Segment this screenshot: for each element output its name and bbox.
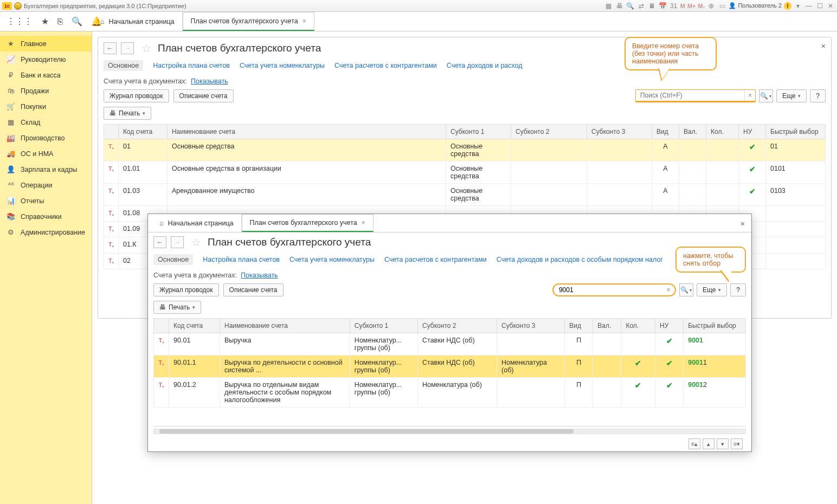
w2-print-button[interactable]: 🖶 Печать▾ bbox=[153, 301, 201, 314]
acct-description-button[interactable]: Описание счета bbox=[173, 89, 234, 102]
w2-col-kol[interactable]: Кол. bbox=[621, 319, 655, 333]
list-down-icon[interactable]: ▾ bbox=[717, 438, 729, 449]
w2-col-qb[interactable]: Быстрый выбор bbox=[684, 319, 746, 333]
w2-col-name[interactable]: Наименование счета bbox=[220, 319, 350, 333]
mem-m[interactable]: M bbox=[680, 3, 685, 9]
calc-icon[interactable]: 🖩 bbox=[648, 2, 656, 10]
w2-col-s3[interactable]: Субконто 3 bbox=[497, 319, 565, 333]
w2-star-icon[interactable]: ☆ bbox=[191, 236, 201, 249]
subtab-income[interactable]: Счета доходов и расход bbox=[447, 62, 523, 69]
zoom-icon[interactable]: ⊕ bbox=[707, 2, 716, 10]
w2-journal-button[interactable]: Журнал проводок bbox=[153, 283, 219, 296]
w2-acct-description-button[interactable]: Описание счета bbox=[223, 283, 284, 296]
search-icon[interactable]: 🔍 bbox=[72, 16, 82, 27]
w2-tab-chart[interactable]: План счетов бухгалтерского учета × bbox=[242, 214, 374, 232]
w2-col-nu[interactable]: НУ bbox=[655, 319, 684, 333]
w2-subtab-setup[interactable]: Настройка плана счетов bbox=[203, 256, 280, 263]
tab-home[interactable]: ⌂ Начальная страница bbox=[92, 12, 183, 31]
compare-icon[interactable]: ⇄ bbox=[637, 2, 646, 10]
w2-search-button[interactable]: 🔍▾ bbox=[679, 283, 693, 296]
table-row[interactable]: T•01Основные средстваОсновные средстваА✔… bbox=[104, 139, 826, 161]
w2-col-val[interactable]: Вал. bbox=[593, 319, 621, 333]
sidebar-item-4[interactable]: 🛒Покупки bbox=[0, 99, 92, 114]
print-button[interactable]: 🖶 Печать▾ bbox=[104, 107, 151, 120]
tab-close-icon[interactable]: × bbox=[302, 17, 306, 25]
sidebar-item-11[interactable]: 📚Справочники bbox=[0, 209, 92, 224]
w2-subtab-main[interactable]: Основное bbox=[153, 254, 193, 265]
star-icon[interactable]: ☆ bbox=[141, 42, 151, 55]
col-s2[interactable]: Субконто 2 bbox=[511, 125, 587, 139]
w2-help-button[interactable]: ? bbox=[730, 283, 746, 296]
col-name[interactable]: Наименование счета bbox=[167, 125, 446, 139]
maximize-icon[interactable]: ☐ bbox=[815, 2, 824, 10]
date-icon[interactable]: 31 bbox=[669, 2, 678, 10]
doc-show-link[interactable]: Показывать bbox=[191, 77, 228, 85]
dropdown-circle[interactable] bbox=[14, 2, 22, 10]
w2-col-s2[interactable]: Субконто 2 bbox=[418, 319, 497, 333]
apps-icon[interactable]: ⋮⋮⋮ bbox=[7, 16, 33, 27]
col-kol[interactable]: Кол. bbox=[706, 125, 739, 139]
search-button[interactable]: 🔍▾ bbox=[759, 89, 773, 102]
search-clear-icon[interactable]: × bbox=[744, 90, 755, 101]
col-qb[interactable]: Быстрый выбор bbox=[766, 125, 826, 139]
sidebar-item-1[interactable]: 📈Руководителю bbox=[0, 51, 92, 67]
w2-nav-forward-button[interactable]: → bbox=[171, 236, 184, 248]
subtab-setup[interactable]: Настройка плана счетов bbox=[153, 62, 230, 69]
sidebar-item-5[interactable]: ▦Склад bbox=[0, 114, 92, 130]
w2-subtab-contr[interactable]: Счета расчетов с контрагентами bbox=[384, 256, 487, 263]
horizontal-scrollbar[interactable] bbox=[153, 429, 746, 434]
nav-forward-button[interactable]: → bbox=[121, 42, 134, 54]
w2-col-code[interactable]: Код счета bbox=[169, 319, 220, 333]
table-row[interactable]: T•01.03Арендованное имуществоОсновные ср… bbox=[104, 184, 826, 206]
w2-search-input[interactable] bbox=[555, 285, 663, 295]
help-dd-icon[interactable]: ▾ bbox=[794, 2, 802, 10]
preview-icon[interactable]: 🔍 bbox=[626, 2, 635, 10]
help-icon[interactable]: i bbox=[784, 2, 791, 10]
list-up-icon[interactable]: ▴ bbox=[703, 438, 714, 449]
w2-subtab-nomaccts[interactable]: Счета учета номенклатуры bbox=[289, 256, 375, 263]
subtab-nomaccts[interactable]: Счета учета номенклатуры bbox=[240, 62, 325, 69]
w2-subtab-income[interactable]: Счета доходов и расходов с особым порядк… bbox=[497, 256, 663, 263]
col-code[interactable]: Код счета bbox=[118, 125, 167, 139]
col-s3[interactable]: Субконто 3 bbox=[587, 125, 652, 139]
sidebar-item-3[interactable]: 🛍Продажи bbox=[0, 83, 92, 99]
table-row[interactable]: T•01.01Основные средства в организацииОс… bbox=[104, 161, 826, 184]
mem-mminus[interactable]: M- bbox=[698, 3, 705, 9]
sidebar-item-12[interactable]: ⚙Администрирование bbox=[0, 224, 92, 240]
calendar-icon[interactable]: 📅 bbox=[659, 2, 667, 10]
favorite-icon[interactable]: ★ bbox=[41, 16, 49, 27]
sidebar-item-8[interactable]: 👤Зарплата и кадры bbox=[0, 161, 92, 177]
sidebar-item-7[interactable]: 🚚ОС и НМА bbox=[0, 146, 92, 161]
save-icon[interactable]: ▦ bbox=[604, 2, 613, 10]
list-bottom-icon[interactable]: ≡▾ bbox=[731, 438, 743, 449]
list-top-icon[interactable]: ≡▴ bbox=[688, 438, 700, 449]
sidebar-item-10[interactable]: 📊Отчеты bbox=[0, 193, 92, 209]
w2-doc-show-link[interactable]: Показывать bbox=[241, 272, 278, 279]
close-window-icon[interactable]: ✕ bbox=[826, 2, 835, 10]
sidebar-item-6[interactable]: 🏭Производство bbox=[0, 130, 92, 146]
sidebar-item-2[interactable]: ₽Банк и касса bbox=[0, 67, 92, 83]
sidebar-item-9[interactable]: ᴬᴷОперации bbox=[0, 177, 92, 193]
tab-chart-of-accounts[interactable]: План счетов бухгалтерского учета × bbox=[183, 12, 314, 31]
table-row[interactable]: T•90.01ВыручкаНоменклатур... группы (об)… bbox=[154, 333, 746, 356]
col-vid[interactable]: Вид bbox=[652, 125, 679, 139]
table-row[interactable]: T•90.01.2Выручка по отдельным видам деят… bbox=[154, 378, 746, 408]
page-close-icon[interactable]: × bbox=[821, 42, 826, 50]
print-icon[interactable]: 🖶 bbox=[615, 2, 624, 10]
w2-tab-home[interactable]: ⌂ Начальная страница bbox=[151, 214, 242, 232]
journal-button[interactable]: Журнал проводок bbox=[104, 89, 169, 102]
w2-col-vid[interactable]: Вид bbox=[565, 319, 593, 333]
subtab-main[interactable]: Основное bbox=[104, 60, 143, 71]
table-row[interactable]: T•90.01.1Выручка по деятельности с основ… bbox=[154, 356, 746, 378]
panel-icon[interactable]: ▭ bbox=[718, 2, 726, 10]
mem-mplus[interactable]: M+ bbox=[687, 3, 696, 9]
w2-nav-back-button[interactable]: ← bbox=[153, 236, 166, 248]
w2-more-button[interactable]: Еще▾ bbox=[697, 283, 727, 296]
col-nu[interactable]: НУ bbox=[739, 125, 766, 139]
sidebar-item-0[interactable]: ★Главное bbox=[0, 36, 92, 51]
current-user[interactable]: 👤 Пользователь 2 bbox=[729, 2, 782, 9]
subtab-contr[interactable]: Счета расчетов с контрагентами bbox=[334, 62, 437, 69]
col-s1[interactable]: Субконто 1 bbox=[446, 125, 511, 139]
more-button[interactable]: Еще▾ bbox=[776, 89, 807, 102]
clipboard-icon[interactable]: ⎘ bbox=[57, 17, 63, 27]
